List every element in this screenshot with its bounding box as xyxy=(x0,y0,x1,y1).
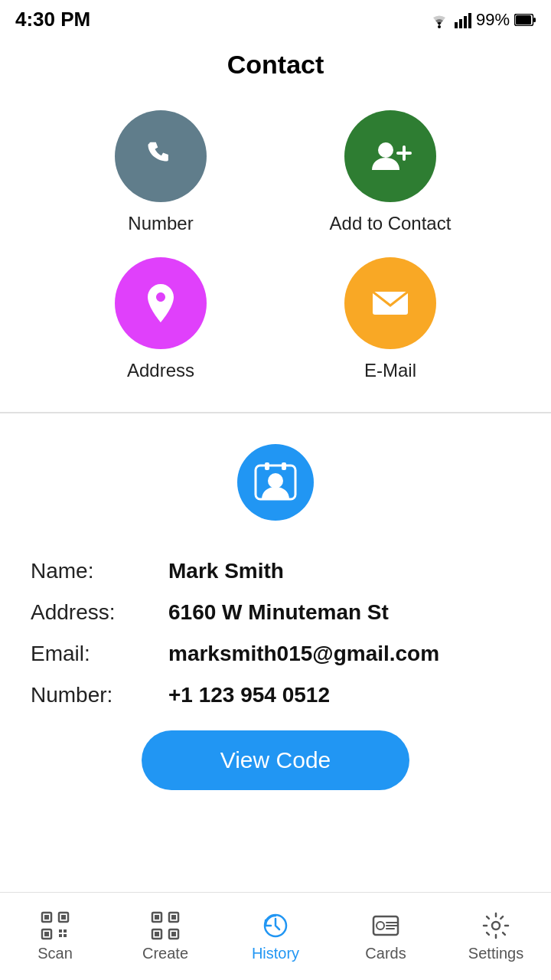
settings-nav-label: Settings xyxy=(468,945,523,962)
nav-create[interactable]: Create xyxy=(119,911,211,962)
create-nav-label: Create xyxy=(142,945,188,962)
number-key-label: Number: xyxy=(31,683,168,707)
signal-icon xyxy=(455,11,471,28)
address-key-label: Address: xyxy=(31,600,168,625)
status-bar: 4:30 PM 99% xyxy=(0,0,551,36)
svg-rect-25 xyxy=(64,934,67,937)
svg-rect-3 xyxy=(464,16,467,28)
svg-point-40 xyxy=(492,922,500,929)
svg-point-8 xyxy=(378,142,393,158)
svg-rect-1 xyxy=(455,22,458,28)
svg-rect-32 xyxy=(155,932,159,936)
svg-rect-14 xyxy=(265,462,269,470)
svg-point-13 xyxy=(268,473,283,488)
page-title: Contact xyxy=(0,36,551,95)
contact-details: Name: Mark Smith Address: 6160 W Minutem… xyxy=(0,559,551,707)
nav-scan[interactable]: Scan xyxy=(9,911,101,962)
section-divider xyxy=(0,412,551,413)
svg-rect-19 xyxy=(44,915,49,920)
svg-rect-20 xyxy=(61,915,66,920)
action-grid: Number Add to Contact Address xyxy=(0,95,551,404)
svg-rect-15 xyxy=(282,462,286,470)
email-circle xyxy=(344,257,436,349)
battery-text: 99% xyxy=(476,10,510,30)
scan-nav-label: Scan xyxy=(37,945,73,962)
wifi-icon xyxy=(429,11,450,28)
address-label: Address xyxy=(127,360,194,381)
contact-number-value: +1 123 954 0512 xyxy=(168,683,330,707)
name-label: Name: xyxy=(31,559,168,583)
svg-rect-24 xyxy=(59,934,62,937)
nav-history[interactable]: History xyxy=(230,911,321,962)
action-email[interactable]: E-Mail xyxy=(276,257,505,381)
contact-name-value: Mark Smith xyxy=(168,559,284,583)
contact-address-value: 6160 W Minuteman St xyxy=(168,600,389,625)
history-icon xyxy=(261,911,290,940)
svg-rect-23 xyxy=(64,929,67,933)
cards-icon xyxy=(371,911,400,940)
svg-rect-30 xyxy=(155,915,159,920)
battery-icon xyxy=(514,14,536,26)
svg-point-36 xyxy=(377,922,384,929)
number-circle xyxy=(115,110,207,202)
scan-icon xyxy=(41,911,70,940)
create-icon xyxy=(151,911,180,940)
svg-point-0 xyxy=(438,25,441,28)
action-number[interactable]: Number xyxy=(46,110,276,234)
svg-rect-31 xyxy=(171,915,176,920)
address-circle xyxy=(115,257,207,349)
svg-rect-33 xyxy=(171,932,176,936)
status-icons: 99% xyxy=(429,10,536,30)
action-add-contact[interactable]: Add to Contact xyxy=(276,110,505,234)
cards-nav-label: Cards xyxy=(365,945,406,962)
contact-email-row: Email: marksmith015@gmail.com xyxy=(31,642,520,666)
add-contact-circle xyxy=(344,110,436,202)
contact-email-value: marksmith015@gmail.com xyxy=(168,642,439,666)
bottom-nav: Scan Create Hist xyxy=(0,892,551,980)
email-label: E-Mail xyxy=(364,360,416,381)
svg-rect-22 xyxy=(59,929,62,933)
add-contact-label: Add to Contact xyxy=(330,213,452,234)
svg-rect-7 xyxy=(533,18,536,22)
svg-rect-6 xyxy=(516,15,531,24)
contact-avatar xyxy=(237,444,314,521)
number-label: Number xyxy=(128,213,193,234)
settings-icon xyxy=(481,911,510,940)
contact-name-row: Name: Mark Smith xyxy=(31,559,520,583)
svg-rect-2 xyxy=(459,19,462,28)
action-address[interactable]: Address xyxy=(46,257,276,381)
status-time: 4:30 PM xyxy=(15,8,90,31)
view-code-button[interactable]: View Code xyxy=(142,730,409,790)
nav-settings[interactable]: Settings xyxy=(450,911,542,962)
nav-cards[interactable]: Cards xyxy=(340,911,432,962)
history-nav-label: History xyxy=(252,945,299,962)
contact-address-row: Address: 6160 W Minuteman St xyxy=(31,600,520,625)
email-key-label: Email: xyxy=(31,642,168,666)
contact-section xyxy=(0,421,551,559)
svg-rect-21 xyxy=(44,932,49,936)
svg-rect-4 xyxy=(468,13,471,28)
contact-number-row: Number: +1 123 954 0512 xyxy=(31,683,520,707)
